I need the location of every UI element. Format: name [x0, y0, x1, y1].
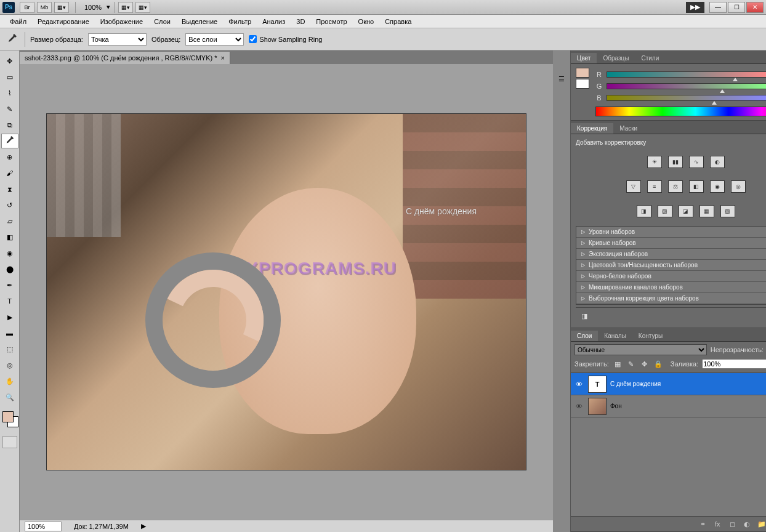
- preset-selective[interactable]: Выборочная коррекция цвета наборов: [576, 293, 766, 304]
- fg-swatch[interactable]: [576, 68, 589, 78]
- lock-transparency-icon[interactable]: ▦: [613, 360, 623, 368]
- bridge-button[interactable]: Br: [20, 2, 34, 13]
- preset-channel-mixer[interactable]: Микширование каналов наборов: [576, 282, 766, 293]
- maximize-button[interactable]: ☐: [728, 2, 745, 13]
- path-select-tool[interactable]: ▶: [1, 310, 18, 324]
- blend-mode-select[interactable]: Обычные: [574, 344, 707, 355]
- fill-input[interactable]: [702, 359, 766, 369]
- crop-tool[interactable]: ⧉: [1, 118, 18, 132]
- type-tool[interactable]: T: [1, 294, 18, 308]
- bg-swatch[interactable]: [576, 79, 589, 89]
- tab-color[interactable]: Цвет: [571, 53, 597, 63]
- menu-analysis[interactable]: Анализ: [257, 16, 290, 27]
- tab-paths[interactable]: Контуры: [632, 331, 669, 341]
- layer-name[interactable]: Фон: [610, 403, 766, 409]
- minimize-button[interactable]: —: [709, 2, 727, 13]
- exposure-icon[interactable]: ◐: [710, 156, 725, 168]
- close-tab-icon[interactable]: ×: [221, 54, 225, 62]
- lock-all-icon[interactable]: 🔒: [653, 360, 663, 368]
- expand-panels-button[interactable]: ▶▶: [686, 2, 704, 13]
- marquee-tool[interactable]: ▭: [1, 70, 18, 84]
- sample-size-select[interactable]: Точка: [88, 33, 147, 46]
- eyedropper-tool[interactable]: [1, 134, 18, 148]
- levels-icon[interactable]: ▮▮: [668, 156, 683, 168]
- link-layers-icon[interactable]: ⚭: [697, 519, 708, 529]
- visibility-icon[interactable]: 👁: [573, 403, 584, 410]
- menu-file[interactable]: Файл: [5, 16, 31, 27]
- threshold-icon[interactable]: ◪: [679, 205, 693, 217]
- layer-background[interactable]: 👁 Фон 🔒: [571, 395, 766, 417]
- balance-icon[interactable]: ⚖: [668, 180, 683, 193]
- minibridge-button[interactable]: Mb: [37, 2, 52, 13]
- menu-edit[interactable]: Редактирование: [33, 16, 94, 27]
- vibrance-icon[interactable]: ▽: [626, 180, 641, 193]
- sample-select[interactable]: Все слои: [185, 33, 244, 46]
- selective-color-icon[interactable]: ▧: [720, 205, 735, 217]
- pen-tool[interactable]: ✒: [1, 278, 18, 292]
- tab-masks[interactable]: Маски: [613, 123, 643, 134]
- visibility-icon[interactable]: 👁: [573, 381, 584, 388]
- gradient-map-icon[interactable]: ▦: [699, 205, 714, 217]
- close-button[interactable]: ✕: [746, 2, 764, 13]
- show-ring-checkbox[interactable]: Show Sampling Ring: [249, 35, 322, 43]
- zoom-tool[interactable]: 🔍: [1, 390, 18, 405]
- layer-thumbnail[interactable]: [588, 398, 607, 415]
- preset-curves[interactable]: Кривые наборов: [576, 238, 766, 249]
- preset-exposure[interactable]: Экспозиция наборов: [576, 249, 766, 260]
- adj-expand-icon[interactable]: ◨: [578, 310, 591, 321]
- color-spectrum[interactable]: [595, 107, 766, 116]
- menu-image[interactable]: Изображение: [95, 16, 148, 27]
- document-tab[interactable]: sshot-2333.png @ 100% (С днём рождения ,…: [20, 52, 230, 64]
- menu-layer[interactable]: Слои: [149, 16, 175, 27]
- menu-view[interactable]: Просмотр: [311, 16, 352, 27]
- invert-icon[interactable]: ◨: [637, 205, 651, 217]
- tab-styles[interactable]: Стили: [635, 53, 665, 63]
- arrange-button[interactable]: ▦▾: [118, 2, 133, 13]
- move-tool[interactable]: ✥: [1, 54, 18, 68]
- layer-name[interactable]: С днём рождения: [610, 381, 766, 387]
- 3d-camera-tool[interactable]: ◎: [1, 358, 18, 373]
- tab-channels[interactable]: Каналы: [598, 331, 632, 341]
- channel-mixer-icon[interactable]: ◎: [731, 180, 746, 193]
- shape-tool[interactable]: ▬: [1, 326, 18, 341]
- tab-swatches[interactable]: Образцы: [597, 53, 635, 63]
- menu-filter[interactable]: Фильтр: [224, 16, 256, 27]
- lock-position-icon[interactable]: ✥: [640, 360, 650, 368]
- photo-filter-icon[interactable]: ◉: [710, 180, 725, 193]
- adjustment-layer-icon[interactable]: ◐: [741, 519, 752, 529]
- quickmask-button[interactable]: [2, 436, 17, 448]
- curves-icon[interactable]: ∿: [689, 156, 704, 168]
- preset-bw[interactable]: Черно-белое наборов: [576, 271, 766, 282]
- tab-adjustments[interactable]: Коррекция: [571, 123, 613, 134]
- layer-style-icon[interactable]: fx: [712, 519, 723, 529]
- gradient-tool[interactable]: ◧: [1, 230, 18, 244]
- history-brush-tool[interactable]: ↺: [1, 198, 18, 212]
- color-picker[interactable]: [0, 410, 19, 435]
- preset-levels[interactable]: Уровни наборов: [576, 227, 766, 238]
- healing-tool[interactable]: ⊕: [1, 150, 18, 164]
- eraser-tool[interactable]: ▱: [1, 214, 18, 228]
- workspace-button[interactable]: ▦▾: [135, 2, 150, 13]
- hue-icon[interactable]: ≡: [647, 180, 662, 193]
- menu-window[interactable]: Окно: [353, 16, 379, 27]
- g-slider[interactable]: [607, 83, 766, 89]
- 3d-tool[interactable]: ⬚: [1, 342, 18, 357]
- canvas[interactable]: С днём рождения BOXPROGRAMS.RU: [46, 113, 526, 470]
- stamp-tool[interactable]: ⧗: [1, 182, 18, 196]
- r-slider[interactable]: [607, 71, 766, 78]
- status-zoom[interactable]: 100%: [25, 522, 62, 531]
- menu-help[interactable]: Справка: [380, 16, 416, 27]
- layer-thumbnail[interactable]: T: [588, 376, 607, 393]
- blur-tool[interactable]: ◉: [1, 246, 18, 260]
- screen-mode-button[interactable]: ▦▾: [54, 2, 69, 13]
- layer-text[interactable]: 👁 T С днём рождения: [571, 373, 766, 395]
- lasso-tool[interactable]: ⌇: [1, 86, 18, 100]
- brush-tool[interactable]: 🖌: [1, 166, 18, 180]
- status-arrow-icon[interactable]: ▶: [141, 522, 146, 530]
- brightness-icon[interactable]: ☀: [647, 156, 662, 168]
- b-slider[interactable]: [607, 95, 766, 101]
- foreground-color[interactable]: [2, 411, 14, 422]
- preset-hue[interactable]: Цветовой тон/Насыщенность наборов: [576, 260, 766, 271]
- lock-paint-icon[interactable]: ✎: [626, 360, 636, 368]
- menu-3d[interactable]: 3D: [291, 16, 310, 27]
